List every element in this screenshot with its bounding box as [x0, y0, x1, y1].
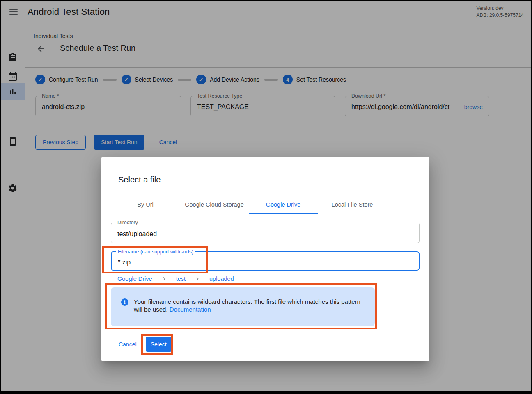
chevron-right-icon — [161, 276, 167, 282]
wildcard-info-banner: i Your filename contains wildcard charac… — [111, 287, 375, 326]
info-icon: i — [121, 298, 128, 306]
tab-local-file-store[interactable]: Local File Store — [318, 196, 387, 214]
dialog-select-button[interactable]: Select — [146, 337, 172, 352]
dialog-title: Select a file — [101, 157, 429, 184]
tab-by-url[interactable]: By Url — [111, 196, 180, 214]
breadcrumb-google-drive[interactable]: Google Drive — [117, 276, 152, 282]
dialog-cancel-button[interactable]: Cancel — [115, 337, 140, 352]
app-window: Android Test Station Version: dev ADB: 2… — [1, 1, 531, 391]
info-message: Your filename contains wildcard characte… — [134, 298, 367, 313]
select-file-dialog: Select a file By Url Google Cloud Storag… — [101, 157, 429, 361]
chevron-right-icon — [194, 276, 201, 282]
drive-breadcrumb: Google Drive test uploaded — [117, 276, 420, 282]
filename-field[interactable]: Filename (can support wildcards) *.zip — [111, 251, 420, 271]
tab-google-cloud-storage[interactable]: Google Cloud Storage — [180, 196, 249, 214]
breadcrumb-uploaded[interactable]: uploaded — [209, 276, 234, 282]
breadcrumb-test[interactable]: test — [176, 276, 186, 282]
directory-field[interactable]: Directory test/uploaded — [111, 223, 420, 243]
documentation-link[interactable]: Documentation — [170, 306, 211, 313]
dialog-actions: Cancel Select — [115, 337, 429, 352]
dialog-tabs: By Url Google Cloud Storage Google Drive… — [111, 196, 420, 214]
tab-google-drive[interactable]: Google Drive — [249, 196, 318, 214]
